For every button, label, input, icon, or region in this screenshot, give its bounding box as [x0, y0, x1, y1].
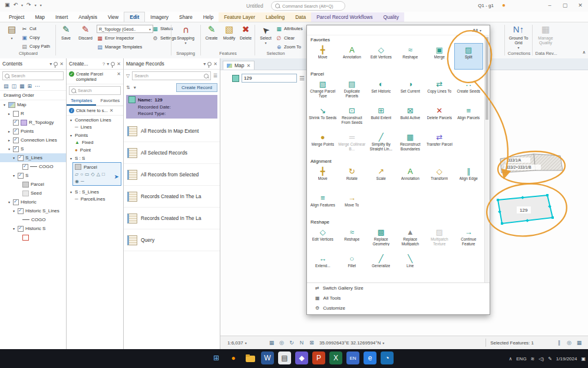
collapse-icon[interactable]: ▾: [69, 190, 73, 194]
close-icon[interactable]: ✕: [117, 71, 121, 77]
collapse-icon[interactable]: ▾: [7, 147, 11, 151]
minimize-button[interactable]: –: [542, 0, 557, 11]
expand-icon[interactable]: ▸: [7, 138, 11, 142]
multipatch-texture-tool[interactable]: ▨Multipatch Texture: [425, 225, 454, 252]
template-group-points[interactable]: ▾Points: [67, 131, 123, 139]
construction-tool-icon[interactable]: ◉: [75, 179, 79, 184]
settings-button[interactable]: ⚙Settings: [152, 34, 176, 42]
rotate-tool[interactable]: ↻Rotate: [338, 165, 367, 191]
layout-grid-icon[interactable]: ▦: [267, 340, 276, 346]
construction-tool-icon[interactable]: △: [97, 172, 100, 177]
transform-tool[interactable]: ◇Transform: [425, 165, 454, 191]
template-lines[interactable]: ─Lines: [67, 123, 123, 131]
record-records-created-in-the-la[interactable]: Records Created In The La: [124, 208, 220, 229]
tab-help[interactable]: Help: [198, 12, 219, 22]
create-seeds-tool[interactable]: ∴Create Seeds: [454, 77, 484, 104]
collapse-icon[interactable]: ▾: [2, 103, 6, 107]
annotation-tool[interactable]: AAnnotation: [338, 43, 367, 70]
collapse-icon[interactable]: ▾: [12, 173, 16, 178]
gallery-scrollbar[interactable]: [484, 35, 489, 282]
chevron-down-icon[interactable]: ▾: [107, 61, 109, 67]
layer-map[interactable]: ▾Map: [0, 100, 66, 109]
build-extent-tool[interactable]: ⊞Build Extent: [366, 104, 396, 130]
layer-parcel[interactable]: Parcel: [0, 180, 66, 189]
collapse-icon[interactable]: ▾: [69, 133, 73, 137]
gallery-filter[interactable]: All: [473, 28, 478, 33]
layer-checkbox[interactable]: [13, 129, 19, 134]
construction-tool-icon[interactable]: ▱: [75, 172, 78, 177]
layer-points[interactable]: ▸Points: [0, 127, 66, 136]
edge-icon[interactable]: e: [364, 351, 376, 364]
layer-checkbox[interactable]: [13, 146, 19, 152]
wifi-icon[interactable]: ≋: [531, 356, 535, 362]
tab-edit[interactable]: Edit: [124, 12, 145, 22]
layer-s[interactable]: ▾S: [0, 171, 66, 180]
layer-historic[interactable]: ▾Historic: [0, 198, 66, 206]
collapse-icon[interactable]: ▾: [12, 226, 16, 231]
merge-collinear-b-tool[interactable]: ═Merge Collinear B...: [338, 130, 367, 157]
delete-button[interactable]: ✖Delete: [237, 24, 255, 51]
tab-feature-layer[interactable]: Feature Layer: [219, 12, 260, 22]
duplicate-parcels-tool[interactable]: ▤Duplicate Parcels: [338, 77, 367, 104]
manage-quality-button[interactable]: ▦ Manage Quality: [534, 24, 557, 51]
layer-checkbox[interactable]: [13, 199, 19, 205]
close-icon[interactable]: ✕: [213, 61, 217, 67]
status-button[interactable]: ▦Status: [152, 25, 173, 32]
construction-tool-icon[interactable]: □: [102, 172, 105, 177]
reconstruct-boundaries-tool[interactable]: ▦Reconstruct Boundaries: [396, 130, 425, 157]
layer-historic-s[interactable]: ▾Historic S: [0, 224, 66, 233]
zoom-to-button[interactable]: ⊕Zoom To: [276, 43, 301, 51]
record-all-selected-records[interactable]: All Selected Records: [124, 142, 220, 164]
undo-icon[interactable]: ↶: [14, 2, 18, 8]
manage-templates-button[interactable]: ▤Manage Templates: [97, 43, 142, 51]
layer-checkbox[interactable]: [13, 111, 19, 117]
collapse-icon[interactable]: ▾: [12, 209, 16, 213]
align-features-tool[interactable]: ≡Align Features: [308, 191, 338, 218]
move-tool[interactable]: ╋Move: [308, 43, 338, 70]
layer-s-lines[interactable]: ▾S_Lines: [0, 153, 66, 162]
move-to-tool[interactable]: →Move To: [338, 191, 367, 218]
scrollbar-thumb[interactable]: [485, 37, 488, 120]
copy-button[interactable]: ▣Copy: [21, 34, 40, 41]
north-icon[interactable]: N: [298, 340, 306, 346]
build-active-tool[interactable]: ⊠Build Active: [396, 104, 425, 130]
record-query[interactable]: Query: [124, 229, 220, 251]
replace-multipatch-tool[interactable]: ▲Replace Multipatch: [396, 225, 425, 252]
move-tool[interactable]: ╋Move: [308, 165, 338, 191]
reshape-tool[interactable]: ≈Reshape: [338, 225, 367, 252]
template-group-s-s[interactable]: ▾S : S: [67, 154, 123, 162]
more-options-icon[interactable]: ⋯: [35, 83, 40, 89]
folder-icon[interactable]: [244, 351, 257, 364]
help-icon[interactable]: ?: [103, 61, 105, 67]
word-icon[interactable]: W: [261, 351, 274, 364]
close-icon[interactable]: ✕: [110, 108, 114, 113]
layer-s[interactable]: ▾S: [0, 144, 66, 153]
template-point[interactable]: ●Point: [67, 146, 123, 154]
list-view-icon[interactable]: ☰: [213, 73, 217, 78]
extend-tool[interactable]: ↔Extend...: [308, 252, 338, 278]
copy-lines-to-tool[interactable]: ⇄Copy Lines To: [425, 77, 454, 104]
expand-icon[interactable]: ▸: [7, 111, 11, 116]
gallery-footer-customize[interactable]: ⚙Customize: [307, 303, 490, 313]
start-button[interactable]: ⊞: [210, 351, 223, 364]
fillet-tool[interactable]: ○Fillet: [338, 252, 367, 278]
discard-edits-button[interactable]: ✎Discard: [75, 24, 95, 51]
layer-cogo[interactable]: COGO: [0, 215, 66, 224]
tab-quality[interactable]: Quality: [378, 12, 404, 22]
templates-search[interactable]: Search: [69, 86, 121, 95]
tab-favorites[interactable]: Favorites: [96, 97, 124, 106]
list-by-drawing-order-icon[interactable]: ▤: [4, 83, 9, 89]
create-button[interactable]: ✎Create: [203, 24, 220, 51]
notification-bell-icon[interactable]: ▣: [581, 356, 586, 362]
layer-r-topology[interactable]: R_Topology: [0, 118, 66, 127]
merge-points-tool[interactable]: ●Merge Points: [308, 130, 338, 157]
layer-item[interactable]: [0, 233, 66, 242]
tab-analysis[interactable]: Analysis: [73, 12, 103, 22]
list-by-editing-icon[interactable]: ⊞: [28, 83, 32, 89]
tab-map[interactable]: Map: [29, 12, 50, 22]
lock-icon[interactable]: ⊠: [308, 340, 316, 346]
volume-icon[interactable]: ◁): [539, 356, 544, 362]
chevron-down-icon[interactable]: ▾: [49, 61, 52, 67]
line-tool[interactable]: ╲Line: [396, 252, 425, 278]
tab-templates[interactable]: Templates: [67, 97, 96, 106]
